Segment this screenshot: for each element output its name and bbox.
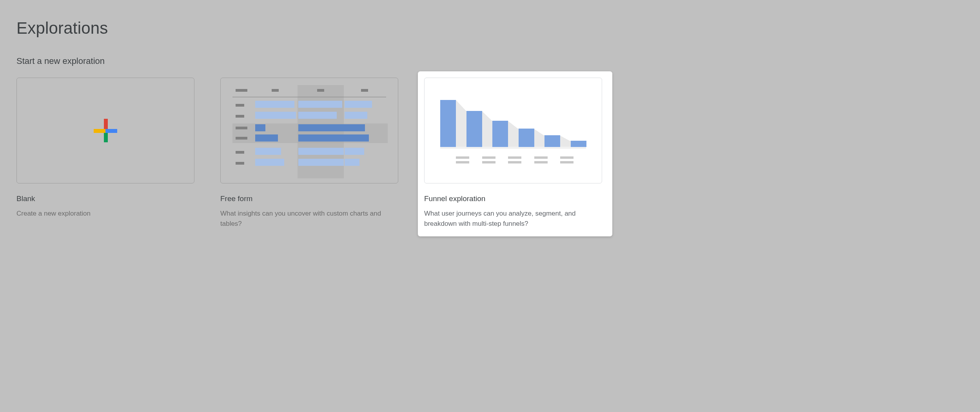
template-thumb-funnel [424,78,602,183]
page-title: Explorations [16,19,108,38]
template-title: Funnel exploration [424,194,606,203]
explorations-gallery: Explorations Start a new exploration Bla… [0,0,617,260]
template-thumb-freeform [220,78,398,183]
template-thumb-blank [16,78,194,183]
template-title: Blank [16,194,198,203]
template-cards-row: Blank Create a new exploration [16,78,606,229]
template-desc: What insights can you uncover with custo… [220,209,402,229]
template-desc: Create a new exploration [16,209,198,219]
template-card-funnel[interactable]: Funnel exploration What user journeys ca… [418,71,612,236]
template-card-freeform[interactable]: Free form What insights can you uncover … [220,78,402,229]
template-card-blank[interactable]: Blank Create a new exploration [16,78,198,229]
funnel-preview-icon [425,78,602,183]
svg-marker-0 [440,100,585,147]
freeform-preview-icon [221,78,398,183]
plus-icon [94,119,117,142]
template-desc: What user journeys can you analyze, segm… [424,209,606,229]
template-title: Free form [220,194,402,203]
section-title: Start a new exploration [16,56,105,66]
